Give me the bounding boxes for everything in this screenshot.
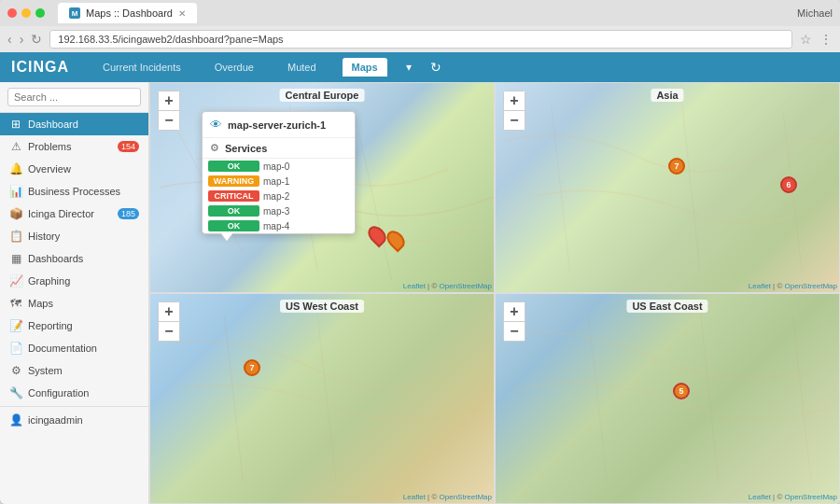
- osm-link-us-west[interactable]: OpenStreetMap: [440, 493, 492, 501]
- tab-area: M Maps :: Dashboard ✕: [58, 3, 791, 23]
- osm-link-us-east[interactable]: OpenStreetMap: [785, 493, 837, 501]
- sidebar-label-configuration: Configuration: [28, 387, 89, 399]
- sidebar-label-maps: Maps: [28, 298, 53, 309]
- reporting-icon: 📝: [9, 319, 22, 332]
- zoom-in-central-europe[interactable]: +: [159, 91, 179, 110]
- problems-icon: ⚠: [9, 140, 22, 153]
- map-us-east-attribution: Leaflet | © OpenStreetMap: [749, 493, 837, 501]
- marker-us-west-1[interactable]: 7: [244, 359, 260, 376]
- map-us-east[interactable]: US East Coast + − 5 Leaflet | © OpenStre…: [495, 293, 840, 504]
- popup-section-title: Services: [225, 143, 267, 154]
- zoom-in-us-east[interactable]: +: [504, 302, 525, 321]
- sidebar-divider: [0, 406, 148, 407]
- sidebar-item-history[interactable]: 📋 History: [0, 225, 148, 247]
- history-icon: 📋: [9, 230, 22, 243]
- bookmark-button[interactable]: ☆: [800, 32, 812, 47]
- map-us-west-roads: [150, 294, 494, 503]
- marker-2[interactable]: [370, 225, 385, 245]
- map-us-west[interactable]: US West Coast + − 7 Leaflet | © OpenStre…: [149, 293, 495, 504]
- nav-current-incidents[interactable]: Current Incidents: [95, 58, 189, 77]
- marker-3[interactable]: [388, 230, 403, 250]
- map-popup: 👁 map-server-zurich-1 ⚙ Services OK map-…: [202, 111, 356, 234]
- sidebar-item-user[interactable]: 👤 icingaadmin: [0, 409, 148, 431]
- search-input[interactable]: [7, 88, 141, 106]
- zoom-out-us-east[interactable]: −: [504, 322, 525, 341]
- refresh-button[interactable]: ↻: [31, 32, 42, 47]
- map-asia-zoom: + −: [503, 91, 525, 131]
- popup-server-icon: 👁: [210, 118, 222, 132]
- documentation-icon: 📄: [9, 342, 22, 355]
- sidebar-item-configuration[interactable]: 🔧 Configuration: [0, 382, 148, 404]
- map-us-east-zoom: + −: [503, 301, 525, 342]
- leaflet-link[interactable]: Leaflet: [403, 282, 426, 290]
- maps-grid: Central Europe + − 👁 map-server-zurich-1: [149, 82, 840, 504]
- marker-pin-asia-2: 6: [780, 176, 797, 193]
- zoom-in-asia[interactable]: +: [504, 91, 525, 110]
- sidebar-item-icinga-director[interactable]: 📦 Icinga Director 185: [0, 203, 148, 225]
- map-central-europe[interactable]: Central Europe + − 👁 map-server-zurich-1: [149, 82, 495, 293]
- close-button[interactable]: [7, 8, 17, 18]
- sidebar-item-graphing[interactable]: 📈 Graphing: [0, 270, 148, 292]
- sidebar-item-business-processes[interactable]: 📊 Business Processes: [0, 180, 148, 203]
- status-ok-4: OK: [208, 220, 259, 231]
- zoom-out-central-europe[interactable]: −: [159, 111, 179, 130]
- tab-close-button[interactable]: ✕: [178, 8, 186, 19]
- nav-maps[interactable]: Maps: [343, 58, 387, 77]
- sidebar-item-problems[interactable]: ⚠ Problems 154: [0, 135, 148, 158]
- osm-link-asia[interactable]: OpenStreetMap: [785, 282, 837, 290]
- marker-asia-1[interactable]: 7: [668, 158, 685, 175]
- status-critical-2: CRITICAL: [208, 190, 259, 202]
- nav-muted[interactable]: Muted: [280, 58, 324, 77]
- business-processes-icon: 📊: [9, 185, 22, 198]
- map-us-east-roads: [496, 294, 839, 503]
- marker-pin-us-east-1: 5: [673, 383, 690, 399]
- sidebar-item-dashboard[interactable]: ⊞ Dashboard: [0, 113, 148, 135]
- zoom-out-asia[interactable]: −: [504, 111, 525, 130]
- nav-refresh-icon[interactable]: ↻: [430, 60, 441, 75]
- leaflet-link-asia[interactable]: Leaflet: [749, 282, 771, 290]
- sidebar-item-system[interactable]: ⚙ System: [0, 359, 148, 382]
- back-button[interactable]: ‹: [7, 32, 12, 47]
- menu-button[interactable]: ⋮: [819, 32, 833, 47]
- osm-link[interactable]: OpenStreetMap: [440, 282, 492, 290]
- forward-button[interactable]: ›: [20, 32, 24, 47]
- leaflet-link-us-west[interactable]: Leaflet: [403, 493, 426, 501]
- zoom-in-us-west[interactable]: +: [159, 302, 179, 321]
- maximize-button[interactable]: [35, 8, 45, 18]
- icinga-logo: ICINGA: [11, 59, 69, 76]
- sidebar-item-overview[interactable]: 🔔 Overview: [0, 158, 148, 180]
- popup-row-2: CRITICAL map-2: [203, 189, 355, 203]
- map-us-west-attribution: Leaflet | © OpenStreetMap: [403, 493, 492, 501]
- minimize-button[interactable]: [21, 8, 31, 18]
- address-bar[interactable]: 192.168.33.5/icingaweb2/dashboard?pane=M…: [49, 30, 792, 49]
- sidebar-label-reporting: Reporting: [28, 320, 73, 331]
- map-central-europe-title: Central Europe: [280, 89, 365, 102]
- sidebar-label-documentation: Documentation: [28, 343, 97, 354]
- marker-us-east-1[interactable]: 5: [673, 383, 690, 399]
- sidebar: ⊞ Dashboard ⚠ Problems 154 🔔 Overview 📊 …: [0, 82, 149, 504]
- popup-server-name: map-server-zurich-1: [228, 119, 326, 131]
- map-name-0: map-0: [263, 161, 289, 172]
- map-central-europe-zoom: + −: [158, 91, 180, 131]
- marker-asia-2[interactable]: 6: [780, 176, 797, 193]
- leaflet-link-us-east[interactable]: Leaflet: [749, 493, 771, 501]
- zoom-out-us-west[interactable]: −: [159, 322, 179, 341]
- popup-row-1: WARNING map-1: [203, 174, 355, 189]
- sidebar-item-reporting[interactable]: 📝 Reporting: [0, 315, 148, 337]
- map-name-1: map-1: [263, 176, 289, 187]
- map-asia[interactable]: Asia + − 7 6 Leaflet | ©: [495, 82, 840, 293]
- popup-tail: [221, 233, 232, 241]
- app: ICINGA Current Incidents Overdue Muted M…: [0, 52, 840, 504]
- title-bar: M Maps :: Dashboard ✕ Michael: [0, 0, 840, 26]
- nav-overdue[interactable]: Overdue: [207, 58, 261, 77]
- sidebar-label-graphing: Graphing: [28, 275, 70, 287]
- sidebar-item-dashboards[interactable]: ▦ Dashboards: [0, 247, 148, 270]
- browser-tab[interactable]: M Maps :: Dashboard ✕: [58, 3, 197, 23]
- sidebar-item-documentation[interactable]: 📄 Documentation: [0, 337, 148, 359]
- sidebar-item-maps[interactable]: 🗺 Maps: [0, 292, 148, 315]
- map-us-west-title: US West Coast: [280, 300, 364, 313]
- map-us-east-title: US East Coast: [626, 300, 707, 313]
- map-name-2: map-2: [263, 191, 289, 202]
- nav-dropdown-icon[interactable]: ▾: [406, 61, 412, 74]
- marker-pin-us-west-1: 7: [244, 359, 260, 376]
